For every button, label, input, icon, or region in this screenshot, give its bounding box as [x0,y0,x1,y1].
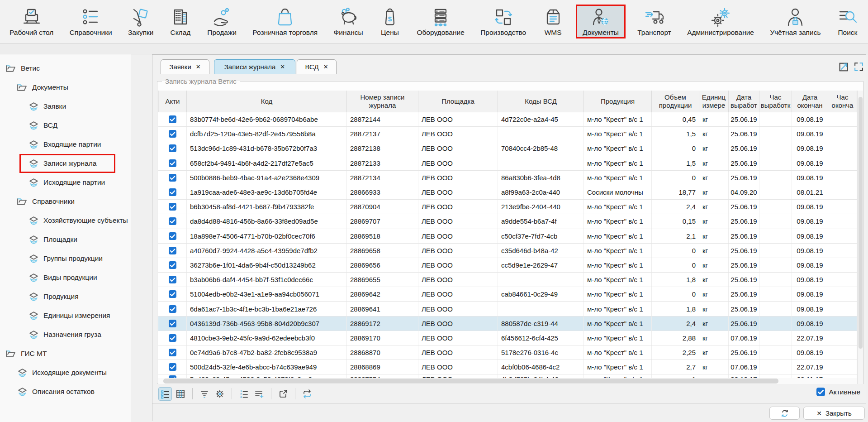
toolbar-item-documents[interactable]: Документы [576,5,626,38]
row-checkbox[interactable] [158,244,187,258]
fullscreen-icon[interactable] [853,61,864,72]
toolbar-item-administration[interactable]: Администрирование [683,5,758,38]
open-new-window-icon[interactable] [838,61,849,72]
sidebar-item-product-types[interactable]: Виды продукции [0,268,131,287]
toolbar-item-desktop[interactable]: Рабочий стол [5,5,57,38]
sidebar-item-vetis[interactable]: Ветис [0,59,131,78]
scrollbar-thumb[interactable] [859,97,863,349]
table-row[interactable]: 36273b6e-1f01-4da6-9b4f-c50d13249b622886… [158,258,857,273]
row-checkbox[interactable] [158,345,187,360]
open-external-button[interactable] [276,387,290,401]
tab-close-icon[interactable]: ✕ [280,63,285,70]
toolbar-item-equipment[interactable]: Оборудование [413,5,468,38]
sidebar-item-vsd[interactable]: ВСД [0,116,131,135]
sidebar-item-outgoing-documents[interactable]: Исходящие документы [0,363,131,382]
sidebar-item-residue-descriptions[interactable]: Описания остатков [0,382,131,401]
row-checkbox[interactable] [158,185,187,199]
table-row[interactable]: 0e74d9a6-b7c8-47b2-ba82-2feb8c9538a92886… [158,345,857,360]
list-view-button[interactable] [158,387,172,401]
tab-close-icon[interactable]: ✕ [196,63,201,70]
toolbar-item-transport[interactable]: Транспорт [633,5,675,38]
sidebar-item-journal-records[interactable]: Записи журнала [0,154,131,173]
column-header[interactable]: Коды ВСД [498,91,584,112]
refresh-button[interactable] [769,407,800,420]
table-row[interactable]: 500b0886-beb9-4bac-91a4-a2e2368e43092887… [158,171,857,185]
column-header[interactable]: Акти [158,91,187,112]
row-checkbox[interactable] [158,214,187,228]
table-row[interactable]: b3ab06b6-daf4-4454-bb7f-53f1c0dec66c2886… [158,273,857,287]
row-checkbox[interactable] [158,331,187,345]
sidebar-item-business-entities[interactable]: Хозяйствующие субъекты [0,211,131,230]
row-checkbox[interactable] [158,316,187,331]
table-row[interactable]: 18a898e7-4506-4771-b70b-02bf0cec70f62886… [158,229,857,244]
numbered-list-button[interactable]: 123 [237,387,251,401]
column-header[interactable]: Час оконча [828,91,857,112]
toolbar-item-warehouse[interactable]: Склад [166,5,195,38]
sidebar-item-products[interactable]: Продукция [0,287,131,306]
row-checkbox[interactable] [158,112,187,126]
grid-view-button[interactable] [174,387,187,401]
row-checkbox[interactable] [158,171,187,185]
filter-button[interactable] [198,387,211,401]
column-header[interactable]: Единиц измере [699,91,729,112]
column-header[interactable]: Продукция [584,91,652,112]
toolbar-item-account[interactable]: Учётная запись [766,5,825,38]
row-checkbox[interactable] [158,360,187,374]
toolbar-item-purchases[interactable]: Закупки [124,5,158,38]
add-list-button[interactable] [252,387,266,401]
tab-requests[interactable]: Заявки✕ [161,59,209,74]
toolbar-item-sales[interactable]: Продажи [203,5,241,38]
table-row[interactable]: 1a919caa-ade6-48e3-ae9c-13d6b705fd4e2886… [158,185,857,200]
sidebar-item-documents[interactable]: Документы [0,78,131,97]
toolbar-item-wms[interactable]: WMS [538,5,568,38]
table-row[interactable]: da8d4d88-4816-456b-8a66-33f8ed09ad5e2886… [158,214,857,229]
close-button[interactable]: ✕ Закрыть [803,407,865,420]
column-header[interactable]: Час выработк [759,91,792,112]
toolbar-item-catalogs[interactable]: Справочники [66,5,116,38]
sidebar-item-platforms[interactable]: Площадки [0,230,131,249]
column-header[interactable]: Площадка [418,91,498,112]
column-header[interactable]: Код [187,91,347,112]
row-checkbox[interactable] [158,302,187,316]
row-checkbox[interactable] [158,127,187,141]
settings-gear-button[interactable] [213,387,227,401]
sidebar-item-outgoing-batches[interactable]: Исходящие партии [0,173,131,192]
toolbar-item-production[interactable]: Производство [476,5,530,38]
column-header[interactable]: Дата окончан [792,91,828,112]
table-row[interactable]: 513dc96d-1c89-431d-b678-35b672b0f7a32887… [158,141,857,156]
table-row[interactable]: 51004edb-e0b2-43e1-a1e9-aa94cb0560712886… [158,287,857,302]
row-checkbox[interactable] [158,229,187,243]
table-row[interactable]: a40760d7-9924-4428-a5c4-43959de7dfb22886… [158,244,857,258]
column-header[interactable]: Дата выработ [729,91,759,112]
sidebar-item-units[interactable]: Единицы измерения [0,306,131,325]
vertical-scrollbar[interactable] [857,91,863,384]
row-checkbox[interactable] [158,156,187,170]
horizontal-scrollbar[interactable] [158,378,857,384]
table-row[interactable]: 658cf2b4-9491-4b6f-a4d2-217df27e5ac52887… [158,156,857,171]
tab-close-icon[interactable]: ✕ [323,63,328,70]
table-row[interactable]: 500d24d5-32fe-4e6b-abcc-b74c639ae9492886… [158,360,857,374]
toolbar-item-retail[interactable]: Розничная торговля [248,5,322,38]
column-header[interactable]: Объем продукции [652,91,699,112]
table-row[interactable]: 6da61ac7-1b3c-4f1e-bc3b-1ba6e21ae7262886… [158,302,857,316]
table-row[interactable]: 4810cbe3-9eb2-45fc-9a9d-62edeebcb3f02886… [158,331,857,345]
active-filter-checkbox[interactable]: Активные [816,388,860,396]
row-checkbox[interactable] [158,258,187,272]
row-checkbox[interactable] [158,141,187,155]
toolbar-item-search[interactable]: Поиск [833,5,863,38]
sidebar-item-product-groups[interactable]: Группы продукции [0,249,131,268]
toolbar-item-finance[interactable]: Финансы [330,5,367,38]
tab-vsd[interactable]: ВСД✕ [297,59,337,74]
row-checkbox[interactable] [158,200,187,214]
table-row[interactable]: b6b30458-af8d-4421-b687-f9b4793382fe2887… [158,200,857,214]
table-row[interactable]: 83b0774f-be6d-42e6-9b62-0689704b6abe2887… [158,112,857,127]
sidebar-item-cargo-purposes[interactable]: Назначения груза [0,325,131,344]
row-checkbox[interactable] [158,273,187,287]
toolbar-item-prices[interactable]: $Цены [375,5,405,38]
sidebar-item-requests[interactable]: Заявки [0,97,131,116]
sidebar-item-gis-mt[interactable]: ГИС МТ [0,344,131,363]
table-row[interactable]: dcfb7d25-120a-43e5-82df-2e4579556b8a2887… [158,127,857,141]
sidebar-item-incoming-batches[interactable]: Входящие партии [0,135,131,154]
scrollbar-thumb[interactable] [163,379,778,384]
tab-journal-records[interactable]: Записи журнала✕ [214,59,295,74]
